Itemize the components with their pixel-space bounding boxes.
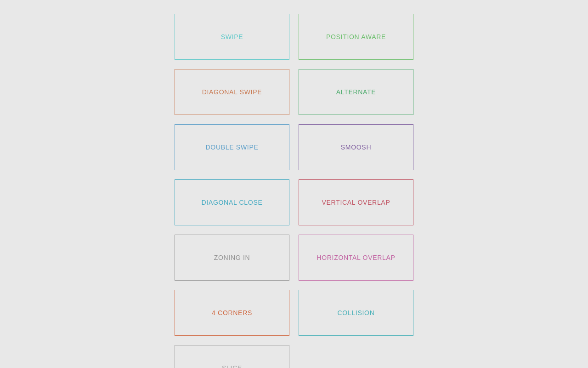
card-label-diagonal-close: DIAGONAL CLOSE <box>202 199 263 206</box>
card-label-diagonal-swipe: DIAGONAL SWIPE <box>202 88 262 96</box>
card-horizontal-overlap[interactable]: HORIZONTAL OVERLAP <box>299 235 413 281</box>
card-position-aware[interactable]: POSITION AWARE <box>299 14 413 60</box>
card-double-swipe[interactable]: DOUBLE SWIPE <box>175 124 289 170</box>
card-label-vertical-overlap: VERTICAL OVERLAP <box>322 199 390 206</box>
card-label-double-swipe: DOUBLE SWIPE <box>206 144 259 151</box>
card-label-4-corners: 4 CORNERS <box>212 309 252 316</box>
card-label-smoosh: SMOOSH <box>341 144 371 151</box>
card-smoosh[interactable]: SMOOSH <box>299 124 413 170</box>
card-label-horizontal-overlap: HORIZONTAL OVERLAP <box>317 254 395 261</box>
card-4-corners[interactable]: 4 CORNERS <box>175 290 289 336</box>
card-label-position-aware: POSITION AWARE <box>326 33 386 40</box>
card-vertical-overlap[interactable]: VERTICAL OVERLAP <box>299 179 413 225</box>
card-label-slice: SLICE <box>222 364 242 368</box>
card-collision[interactable]: COLLISION <box>299 290 413 336</box>
card-label-zoning-in: ZONING IN <box>214 254 250 261</box>
card-label-collision: COLLISION <box>338 309 375 316</box>
card-label-alternate: ALTERNATE <box>336 88 376 96</box>
card-alternate[interactable]: ALTERNATE <box>299 69 413 115</box>
card-swipe[interactable]: SWIPE <box>175 14 289 60</box>
card-grid: SWIPEPOSITION AWAREDIAGONAL SWIPEALTERNA… <box>175 14 413 368</box>
card-label-swipe: SWIPE <box>221 33 243 40</box>
card-diagonal-swipe[interactable]: DIAGONAL SWIPE <box>175 69 289 115</box>
card-zoning-in[interactable]: ZONING IN <box>175 235 289 281</box>
card-slice[interactable]: SLICE <box>175 345 289 368</box>
card-diagonal-close[interactable]: DIAGONAL CLOSE <box>175 179 289 225</box>
